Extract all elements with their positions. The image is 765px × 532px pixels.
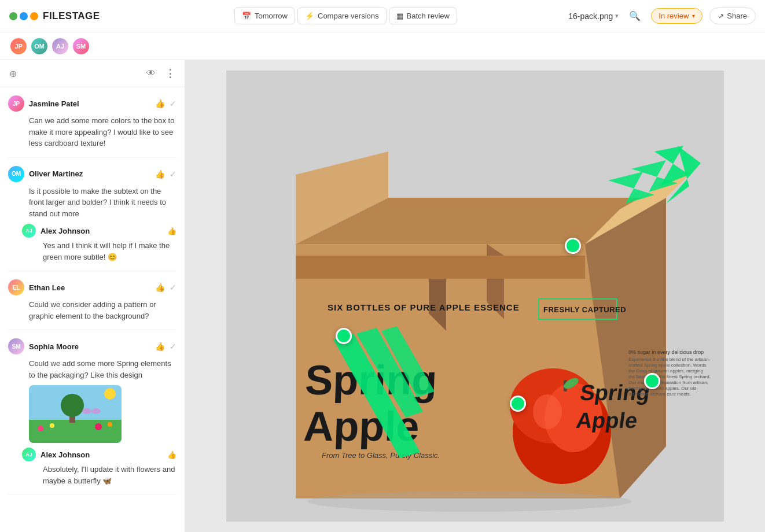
comment-header: EL Ethan Lee 👍 ✓ bbox=[8, 279, 176, 295]
status-badge[interactable]: In review ▾ bbox=[651, 8, 703, 24]
reply-author: Alex Johnson bbox=[41, 227, 90, 235]
resolve-icon[interactable]: ✓ bbox=[170, 342, 176, 351]
comment-actions[interactable]: 👍 ✓ bbox=[155, 283, 176, 292]
comment-item: SM Sophia Moore 👍 ✓ Could we add some mo… bbox=[8, 330, 176, 495]
dot-orange bbox=[30, 12, 38, 20]
reply-text: Yes and I think it will help if I make t… bbox=[22, 240, 176, 263]
sub-navigation: JP OM AJ SM bbox=[0, 32, 765, 60]
comment-actions[interactable]: 👍 ✓ bbox=[155, 99, 176, 108]
avatar: SM bbox=[8, 338, 24, 354]
thumbs-up-icon[interactable]: 👍 bbox=[167, 227, 176, 235]
comment-text: Could we add some more Spring elements t… bbox=[8, 358, 176, 380]
svg-point-9 bbox=[82, 408, 91, 414]
svg-rect-1 bbox=[29, 420, 122, 443]
svg-point-5 bbox=[50, 423, 54, 428]
more-options-button[interactable]: ⋮ bbox=[164, 66, 176, 81]
svg-text:the Crisp of autumn apples, me: the Crisp of autumn apples, merging bbox=[628, 368, 703, 374]
commenter-name: Oliver Martinez bbox=[29, 169, 83, 178]
svg-point-4 bbox=[38, 426, 43, 431]
comments-list: JP Jasmine Patel 👍 ✓ Can we add some mor… bbox=[0, 87, 185, 532]
svg-text:From Tree to Glass, Purely Cla: From Tree to Glass, Purely Classic. bbox=[322, 451, 440, 460]
calendar-icon: 📅 bbox=[242, 12, 251, 20]
svg-point-37 bbox=[533, 394, 562, 429]
compare-versions-button[interactable]: ⚡ Compare versions bbox=[297, 8, 387, 24]
thumbs-up-icon[interactable]: 👍 bbox=[155, 283, 165, 292]
annotation-dot-3[interactable] bbox=[510, 396, 526, 412]
resolve-icon[interactable]: ✓ bbox=[170, 169, 176, 179]
reply-item: AJ Alex Johnson 👍 Absolutely, I'll updat… bbox=[8, 443, 176, 486]
svg-text:the flavours of the finest Spr: the flavours of the finest Spring orchar… bbox=[628, 374, 711, 379]
add-comment-icon: ⊕ bbox=[9, 69, 17, 79]
svg-text:crafted Spring apple collectio: crafted Spring apple collection. Words bbox=[628, 363, 707, 368]
svg-text:Our exclusive preparation from: Our exclusive preparation from artisan, bbox=[628, 380, 708, 385]
commenter: SM Sophia Moore bbox=[8, 338, 79, 354]
commenter-name: Sophia Moore bbox=[29, 342, 79, 351]
comment-item: JP Jasmine Patel 👍 ✓ Can we add some mor… bbox=[8, 87, 176, 158]
avatar-3: AJ bbox=[51, 37, 69, 56]
svg-point-10 bbox=[91, 408, 101, 414]
eye-icon: 👁 bbox=[146, 68, 156, 78]
image-attachment[interactable] bbox=[29, 385, 122, 443]
tomorrow-button[interactable]: 📅 Tomorrow bbox=[234, 8, 295, 24]
avatar-2: OM bbox=[30, 37, 49, 56]
annotation-dot-4[interactable] bbox=[644, 373, 660, 389]
thumbs-up-icon[interactable]: 👍 bbox=[155, 342, 165, 351]
resolve-icon[interactable]: ✓ bbox=[170, 99, 176, 108]
commenter: EL Ethan Lee bbox=[8, 279, 65, 295]
svg-text:freshly-squeezed apples. Our o: freshly-squeezed apples. Our old- bbox=[628, 386, 698, 391]
app-name: FILESTAGE bbox=[43, 10, 100, 22]
logo-dots bbox=[9, 12, 38, 20]
comment-item: EL Ethan Lee 👍 ✓ Could we consider addin… bbox=[8, 271, 176, 330]
commenter: JP Jasmine Patel bbox=[8, 95, 79, 112]
comment-header: JP Jasmine Patel 👍 ✓ bbox=[8, 95, 176, 112]
avatar: EL bbox=[8, 279, 24, 295]
annotation-dot-1[interactable] bbox=[565, 238, 581, 254]
reply-author: Alex Johnson bbox=[41, 450, 90, 459]
avatar-1: JP bbox=[9, 37, 28, 56]
reply-header: AJ Alex Johnson 👍 bbox=[22, 448, 176, 461]
nav-right: 16-pack.png ▾ 🔍 In review ▾ ↗ Share bbox=[568, 7, 756, 25]
comment-actions[interactable]: 👍 ✓ bbox=[155, 169, 176, 179]
share-button[interactable]: ↗ Share bbox=[709, 8, 756, 24]
nav-center-buttons: 📅 Tomorrow ⚡ Compare versions ▦ Batch re… bbox=[123, 8, 569, 24]
status-label: In review bbox=[659, 12, 689, 20]
avatar: AJ bbox=[22, 448, 36, 461]
svg-text:SIX BOTTLES OF PURE APPLE ESSE: SIX BOTTLES OF PURE APPLE ESSENCE bbox=[328, 302, 520, 312]
tomorrow-label: Tomorrow bbox=[255, 12, 288, 20]
resolve-icon[interactable]: ✓ bbox=[170, 283, 176, 292]
reply-header: AJ Alex Johnson 👍 bbox=[22, 224, 176, 238]
sidebar-toolbar: ⊕ 👁 ⋮ bbox=[0, 60, 185, 87]
batch-label: Batch review bbox=[407, 12, 450, 20]
svg-text:fashioned orchard care meets.: fashioned orchard care meets. bbox=[628, 391, 691, 397]
more-icon: ⋮ bbox=[165, 68, 175, 79]
commenter-name: Ethan Lee bbox=[29, 283, 65, 292]
comment-header: SM Sophia Moore 👍 ✓ bbox=[8, 338, 176, 354]
commenter-name: Jasmine Patel bbox=[29, 99, 79, 108]
comment-actions[interactable]: 👍 ✓ bbox=[155, 342, 176, 351]
view-toggle-button[interactable]: 👁 bbox=[145, 67, 157, 80]
svg-point-6 bbox=[95, 423, 102, 430]
dot-blue bbox=[20, 12, 28, 20]
avatar-group: JP OM AJ SM bbox=[9, 37, 90, 56]
avatar: AJ bbox=[22, 224, 36, 238]
thumbs-up-icon[interactable]: 👍 bbox=[155, 169, 165, 179]
comment-text: Could we consider adding a pattern or gr… bbox=[8, 299, 176, 322]
top-navigation: FILESTAGE 📅 Tomorrow ⚡ Compare versions … bbox=[0, 0, 765, 32]
annotation-dot-2[interactable] bbox=[336, 328, 352, 344]
avatar: OM bbox=[8, 166, 24, 182]
add-comment-button[interactable]: ⊕ bbox=[8, 67, 18, 80]
thumbs-up-icon[interactable]: 👍 bbox=[167, 450, 176, 459]
comment-item: OM Oliver Martinez 👍 ✓ Is it possible to… bbox=[8, 158, 176, 272]
batch-review-button[interactable]: ▦ Batch review bbox=[389, 8, 457, 24]
commenter: OM Oliver Martinez bbox=[8, 166, 83, 182]
share-icon: ↗ bbox=[718, 12, 724, 20]
compare-label: Compare versions bbox=[318, 12, 379, 20]
svg-point-7 bbox=[108, 422, 112, 427]
search-button[interactable]: 🔍 bbox=[626, 7, 644, 25]
thumbs-up-icon[interactable]: 👍 bbox=[155, 99, 165, 108]
commenter: AJ Alex Johnson bbox=[22, 448, 90, 461]
comment-text: Can we add some more colors to the box t… bbox=[8, 115, 176, 149]
compare-icon: ⚡ bbox=[305, 12, 314, 20]
dot-green bbox=[9, 12, 17, 20]
comments-sidebar: ⊕ 👁 ⋮ JP Jasmine Patel bbox=[0, 60, 185, 532]
